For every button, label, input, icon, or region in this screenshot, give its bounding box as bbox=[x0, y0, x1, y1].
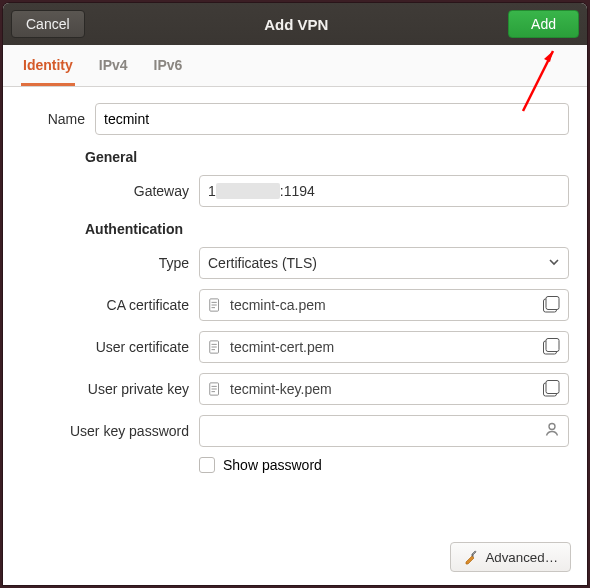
window-title: Add VPN bbox=[93, 16, 500, 33]
row-ca-cert: CA certificate tecmint-ca.pem bbox=[21, 289, 569, 321]
svg-rect-17 bbox=[546, 381, 559, 394]
show-password-label: Show password bbox=[223, 457, 322, 473]
name-input[interactable] bbox=[95, 103, 569, 135]
user-key-label: User private key bbox=[21, 381, 189, 397]
advanced-button[interactable]: Advanced… bbox=[450, 542, 571, 572]
row-name: Name bbox=[21, 103, 569, 135]
row-key-password: User key password bbox=[21, 415, 569, 447]
row-gateway: Gateway 1:1194 bbox=[21, 175, 569, 207]
tab-identity[interactable]: Identity bbox=[21, 45, 75, 86]
user-cert-filename: tecmint-cert.pem bbox=[230, 339, 534, 355]
user-icon[interactable] bbox=[544, 422, 560, 441]
advanced-label: Advanced… bbox=[485, 550, 558, 565]
user-key-filename: tecmint-key.pem bbox=[230, 381, 534, 397]
gateway-label: Gateway bbox=[21, 183, 189, 199]
type-label: Type bbox=[21, 255, 189, 271]
svg-point-18 bbox=[549, 424, 555, 430]
add-button[interactable]: Add bbox=[508, 10, 579, 38]
gateway-input[interactable]: 1:1194 bbox=[199, 175, 569, 207]
gateway-value-redacted bbox=[216, 183, 280, 199]
vpn-dialog: Cancel Add VPN Add Identity IPv4 IPv6 Na… bbox=[3, 3, 587, 585]
file-icon bbox=[208, 340, 222, 354]
form-content: Name General Gateway 1:1194 Authenticati… bbox=[3, 87, 587, 524]
svg-rect-11 bbox=[546, 339, 559, 352]
gateway-value-prefix: 1 bbox=[208, 183, 216, 199]
row-type: Type Certificates (TLS) bbox=[21, 247, 569, 279]
key-password-field[interactable] bbox=[208, 423, 560, 439]
name-label: Name bbox=[21, 111, 85, 127]
tab-bar: Identity IPv4 IPv6 bbox=[3, 45, 587, 87]
titlebar: Cancel Add VPN Add bbox=[3, 3, 587, 45]
type-value: Certificates (TLS) bbox=[208, 255, 317, 271]
tab-ipv6[interactable]: IPv6 bbox=[152, 45, 185, 86]
show-password-checkbox[interactable] bbox=[199, 457, 215, 473]
row-user-key: User private key tecmint-key.pem bbox=[21, 373, 569, 405]
user-cert-label: User certificate bbox=[21, 339, 189, 355]
tools-icon bbox=[463, 549, 479, 565]
ca-cert-label: CA certificate bbox=[21, 297, 189, 313]
gateway-value-suffix: :1194 bbox=[280, 183, 315, 199]
general-heading: General bbox=[85, 149, 569, 165]
dialog-footer: Advanced… bbox=[3, 529, 587, 585]
cancel-button[interactable]: Cancel bbox=[11, 10, 85, 38]
open-file-icon[interactable] bbox=[542, 296, 560, 314]
ca-cert-filename: tecmint-ca.pem bbox=[230, 297, 534, 313]
key-password-label: User key password bbox=[21, 423, 189, 439]
chevron-down-icon bbox=[548, 255, 560, 271]
open-file-icon[interactable] bbox=[542, 338, 560, 356]
row-user-cert: User certificate tecmint-cert.pem bbox=[21, 331, 569, 363]
tab-ipv4[interactable]: IPv4 bbox=[97, 45, 130, 86]
file-icon bbox=[208, 382, 222, 396]
file-icon bbox=[208, 298, 222, 312]
auth-heading: Authentication bbox=[85, 221, 569, 237]
type-select[interactable]: Certificates (TLS) bbox=[199, 247, 569, 279]
row-show-password: Show password bbox=[199, 457, 569, 473]
open-file-icon[interactable] bbox=[542, 380, 560, 398]
user-cert-chooser[interactable]: tecmint-cert.pem bbox=[199, 331, 569, 363]
ca-cert-chooser[interactable]: tecmint-ca.pem bbox=[199, 289, 569, 321]
svg-rect-5 bbox=[546, 297, 559, 310]
key-password-input[interactable] bbox=[199, 415, 569, 447]
name-input-field[interactable] bbox=[104, 111, 560, 127]
user-key-chooser[interactable]: tecmint-key.pem bbox=[199, 373, 569, 405]
